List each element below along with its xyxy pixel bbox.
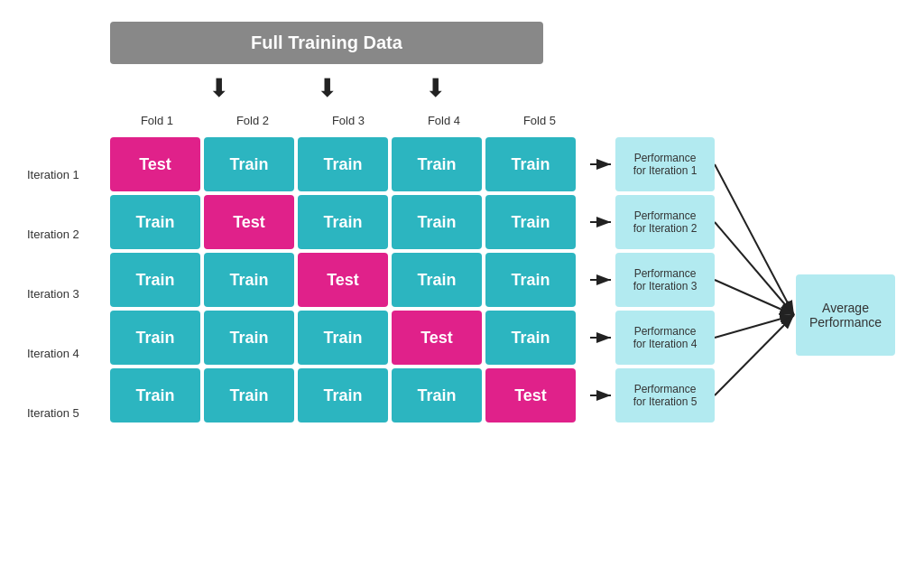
arrow-fold5: ⬇ (425, 76, 446, 101)
cell-2-5: Train (485, 195, 576, 249)
cell-4-2: Train (204, 311, 294, 365)
cell-1-4: Train (392, 137, 482, 191)
iteration-label-3: Iteration 3 (27, 265, 79, 321)
iteration-label-4: Iteration 4 (27, 325, 79, 381)
fold-headers: Fold 1 Fold 2 Fold 3 Fold 4 Fold 5 (110, 114, 588, 127)
svg-line-10 (715, 315, 794, 395)
diagram: Full Training Data ⬇ ⬇ ⬇ (20, 13, 904, 572)
fold-header-2: Fold 2 (206, 114, 300, 127)
cell-1-2: Train (204, 137, 294, 191)
perf-box-2: Performancefor Iteration 2 (615, 195, 715, 249)
cell-1-1: Test (110, 137, 200, 191)
cell-2-1: Train (110, 195, 200, 249)
iteration-label-2: Iteration 2 (27, 206, 79, 262)
cell-3-2: Train (204, 253, 294, 307)
grid-row-1: Test Train Train Train Train (110, 137, 579, 191)
cell-2-3: Train (298, 195, 388, 249)
fold-header-4: Fold 4 (397, 114, 491, 127)
perf-box-1: Performancefor Iteration 1 (615, 137, 715, 191)
grid-row-2: Train Test Train Train Train (110, 195, 579, 249)
cell-4-1: Train (110, 311, 200, 365)
performance-boxes: Performancefor Iteration 1 Performancefo… (615, 137, 715, 426)
fold-header-5: Fold 5 (493, 114, 587, 127)
cell-5-1: Train (110, 368, 200, 422)
svg-line-7 (715, 222, 794, 315)
cell-3-1: Train (110, 253, 200, 307)
full-training-data-banner: Full Training Data (110, 22, 543, 64)
banner-arrows: ⬇ ⬇ ⬇ (110, 76, 543, 101)
cell-2-2: Test (204, 195, 294, 249)
svg-line-6 (715, 164, 794, 315)
cell-2-4: Train (392, 195, 482, 249)
cell-5-4: Train (392, 368, 482, 422)
grid-row-4: Train Train Train Test Train (110, 311, 579, 365)
perf-box-3: Performancefor Iteration 3 (615, 253, 715, 307)
fold-header-3: Fold 3 (301, 114, 395, 127)
iteration-label-5: Iteration 5 (27, 385, 79, 441)
svg-line-9 (715, 315, 794, 338)
cell-5-5: Test (485, 368, 576, 422)
fold-header-1: Fold 1 (110, 114, 204, 127)
arrow-fold1: ⬇ (208, 76, 229, 101)
cell-1-5: Train (485, 137, 576, 191)
cell-1-3: Train (298, 137, 388, 191)
perf-box-4: Performancefor Iteration 4 (615, 311, 715, 365)
cell-5-2: Train (204, 368, 294, 422)
arrow-fold3: ⬇ (317, 76, 337, 101)
cell-5-3: Train (298, 368, 388, 422)
iteration-labels: Iteration 1 Iteration 2 Iteration 3 Iter… (27, 146, 79, 444)
cell-4-4: Test (392, 311, 482, 365)
perf-box-5: Performancefor Iteration 5 (615, 368, 715, 422)
cell-4-3: Train (298, 311, 388, 365)
svg-line-8 (715, 280, 794, 315)
grid-section: Test Train Train Train Train Train Test … (110, 137, 579, 426)
iteration-label-1: Iteration 1 (27, 146, 79, 202)
cell-3-5: Train (485, 253, 576, 307)
average-performance-box: AveragePerformance (796, 274, 895, 356)
grid-row-3: Train Train Test Train Train (110, 253, 579, 307)
cell-4-5: Train (485, 311, 576, 365)
grid-row-5: Train Train Train Train Test (110, 368, 579, 422)
cell-3-4: Train (392, 253, 482, 307)
cell-3-3: Test (298, 253, 388, 307)
